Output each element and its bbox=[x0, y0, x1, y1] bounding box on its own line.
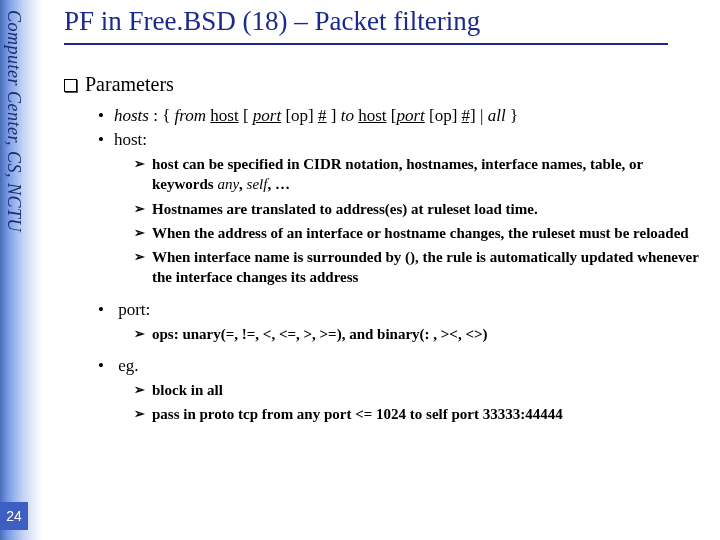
sub-text: When interface name is surrounded by (),… bbox=[152, 247, 708, 288]
sub-text: When the address of an interface or host… bbox=[152, 223, 689, 243]
arrow-bullet-icon: ➢ bbox=[134, 200, 145, 220]
sub-item: ➢ pass in proto tcp from any port <= 102… bbox=[134, 404, 708, 424]
bullet-eg-text: eg. bbox=[118, 356, 138, 376]
arrow-bullet-icon: ➢ bbox=[134, 155, 145, 196]
slide-content: PF in Free.BSD (18) – Packet filtering P… bbox=[58, 6, 708, 532]
sidebar-label: Computer Center, CS, NCTU bbox=[3, 10, 24, 232]
sub-item: ➢ block in all bbox=[134, 380, 708, 400]
arrow-bullet-icon: ➢ bbox=[134, 325, 145, 345]
sub-text: pass in proto tcp from any port <= 1024 … bbox=[152, 404, 563, 424]
slide-title: PF in Free.BSD (18) – Packet filtering bbox=[58, 6, 708, 37]
bullet-host: • host: bbox=[98, 130, 708, 150]
section-heading: Parameters bbox=[64, 73, 708, 96]
sidebar: Computer Center, CS, NCTU 24 bbox=[0, 0, 42, 540]
sub-item: ➢ ops: unary(=, !=, <, <=, >, >=), and b… bbox=[134, 324, 708, 344]
sub-text: host can be specified in CIDR notation, … bbox=[152, 154, 708, 195]
sub-item: ➢ When interface name is surrounded by (… bbox=[134, 247, 708, 288]
bullet-hosts: • hosts : { from host [ port [op] # ] to… bbox=[98, 106, 708, 126]
bullet-port-text: port: bbox=[118, 300, 150, 320]
sub-text: block in all bbox=[152, 380, 223, 400]
bullet-list: • hosts : { from host [ port [op] # ] to… bbox=[98, 106, 708, 150]
section-heading-text: Parameters bbox=[85, 73, 174, 95]
checkbox-bullet-icon bbox=[64, 79, 77, 92]
sub-list-eg: ➢ block in all ➢ pass in proto tcp from … bbox=[134, 380, 708, 425]
sub-list-host: ➢ host can be specified in CIDR notation… bbox=[134, 154, 708, 288]
bullet-dot-icon: • bbox=[98, 130, 104, 150]
sub-text: Hostnames are translated to address(es) … bbox=[152, 199, 538, 219]
arrow-bullet-icon: ➢ bbox=[134, 381, 145, 401]
bullet-port: • port: bbox=[98, 300, 708, 320]
bullet-list-eg: • eg. bbox=[98, 356, 708, 376]
bullet-list-port: • port: bbox=[98, 300, 708, 320]
sub-list-port: ➢ ops: unary(=, !=, <, <=, >, >=), and b… bbox=[134, 324, 708, 344]
sub-text: ops: unary(=, !=, <, <=, >, >=), and bin… bbox=[152, 324, 488, 344]
bullet-dot-icon: • bbox=[98, 106, 104, 126]
bullet-eg: • eg. bbox=[98, 356, 708, 376]
arrow-bullet-icon: ➢ bbox=[134, 405, 145, 425]
bullet-dot-icon: • bbox=[98, 356, 104, 376]
sub-item: ➢ Hostnames are translated to address(es… bbox=[134, 199, 708, 219]
sub-item: ➢ host can be specified in CIDR notation… bbox=[134, 154, 708, 195]
arrow-bullet-icon: ➢ bbox=[134, 224, 145, 244]
bullet-dot-icon: • bbox=[98, 300, 104, 320]
title-underline bbox=[64, 43, 668, 45]
bullet-hosts-text: hosts : { from host [ port [op] # ] to h… bbox=[114, 106, 518, 126]
arrow-bullet-icon: ➢ bbox=[134, 248, 145, 289]
bullet-host-text: host: bbox=[114, 130, 147, 150]
sub-item: ➢ When the address of an interface or ho… bbox=[134, 223, 708, 243]
page-number: 24 bbox=[0, 502, 28, 530]
